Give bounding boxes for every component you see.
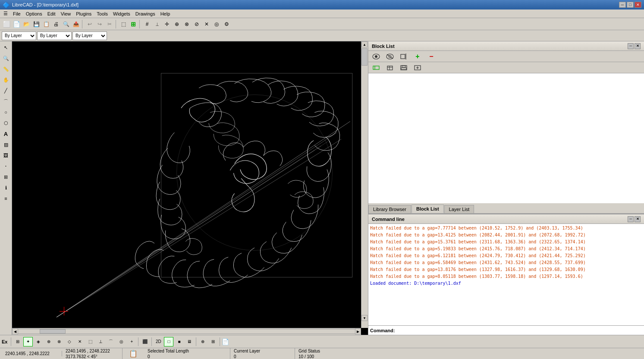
blocklist-edit-button[interactable] (384, 63, 396, 72)
view-wireframe-button[interactable]: □ (164, 337, 173, 346)
snap-center-button[interactable]: ⊕ (172, 19, 182, 29)
vertical-scrollbar[interactable]: ▲ ▼ (361, 41, 368, 328)
canvas-area[interactable]: ▲ ▼ ◀ ▶ (12, 41, 368, 335)
tab-layer-list[interactable]: Layer List (444, 205, 474, 213)
btb-sep4 (196, 337, 196, 346)
layer-select2[interactable]: By Layer (37, 31, 72, 40)
snap-insert-toggle[interactable]: ⬚ (85, 337, 95, 346)
cmdpanel-restore-button[interactable]: ─ (628, 216, 634, 222)
redo-button[interactable]: ↪ (95, 19, 104, 29)
measure-tool[interactable]: 📏 (1, 64, 11, 74)
snap-middle-button[interactable]: ⊗ (182, 19, 192, 29)
snap-tangent-toggle[interactable]: ⌒ (106, 337, 116, 346)
cmdpanel-close-button[interactable]: ✕ (635, 216, 641, 222)
tab-block-list[interactable]: Block List (412, 205, 444, 213)
panel-restore-button[interactable]: ─ (628, 43, 634, 49)
text-tool[interactable]: A (1, 129, 11, 139)
blocklist-insert-button[interactable] (398, 52, 410, 61)
snap-dist-button[interactable]: ⊘ (192, 19, 201, 29)
menu-view[interactable]: View (58, 10, 74, 17)
menu-widgets[interactable]: Widgets (110, 10, 133, 17)
undo-button[interactable]: ↩ (85, 19, 94, 29)
image-tool[interactable]: 🖼 (1, 150, 11, 161)
status-copy-icon-area: 📋 (123, 350, 144, 358)
snap-free-button[interactable]: ◎ (212, 19, 221, 29)
menu-help[interactable]: Help (158, 10, 173, 17)
snap-options-button[interactable]: ⚙ (222, 19, 231, 29)
snap-intersect-toggle[interactable]: ✕ (75, 337, 85, 346)
pan-tool[interactable]: ✋ (1, 75, 11, 85)
menu-drawings[interactable]: Drawings (133, 10, 158, 17)
hatch-tool[interactable]: ▨ (1, 139, 11, 150)
command-input-field[interactable] (396, 328, 642, 333)
view-2d-button[interactable]: 2D (154, 337, 163, 346)
menu-tools[interactable]: Tools (94, 10, 110, 17)
save-as-button[interactable]: 📋 (41, 19, 51, 29)
command-panel: Command line ─ ✕ Hatch failed due to a g… (368, 214, 644, 335)
save-button[interactable]: 💾 (31, 19, 41, 29)
polyline-tool[interactable]: ⬡ (1, 118, 11, 128)
zoom-rect-button[interactable]: ⬚ (119, 19, 128, 29)
print-preview-button[interactable]: 🔍 (61, 19, 71, 29)
menu-file[interactable]: File (10, 10, 23, 17)
snap-midpoint-toggle[interactable]: ◈ (34, 337, 43, 346)
view-monitor-button[interactable]: 🖥 (185, 337, 194, 346)
blocklist-add-button[interactable]: + (412, 52, 424, 61)
new-file-button[interactable]: ⬜ (2, 19, 11, 29)
blocklist-rename-button[interactable] (370, 63, 382, 72)
snap-ortho-toggle[interactable]: + (127, 337, 136, 346)
snap-center-toggle[interactable]: ⊕ (44, 337, 53, 346)
layer-mgr-tool[interactable]: ≡ (1, 193, 11, 204)
zoom-in-button[interactable]: ⊞ (129, 19, 138, 29)
snap-on-button[interactable]: ✛ (162, 19, 172, 29)
toolbar-separator3 (139, 20, 141, 28)
blocklist-hide-button[interactable] (384, 52, 396, 61)
horizontal-scrollbar[interactable]: ◀ ▶ (12, 328, 361, 335)
blocklist-remove-button[interactable]: − (425, 52, 437, 61)
select-tool[interactable]: ↖ (1, 42, 11, 53)
layer-select1[interactable]: By Layer (2, 31, 36, 40)
export-button[interactable]: 📤 (71, 19, 81, 29)
info-tool[interactable]: ℹ (1, 183, 11, 193)
blocklist-panel: Block List ─ ✕ + − (368, 41, 644, 214)
menu-edit[interactable]: Edit (45, 10, 58, 17)
layer-select3[interactable]: By Layer (72, 31, 107, 40)
circle-tool[interactable]: ○ (1, 107, 11, 117)
snap-nearest-toggle[interactable]: ◎ (116, 337, 126, 346)
blocklist-create-button[interactable] (412, 63, 424, 72)
snap-node-toggle[interactable]: ⊗ (54, 337, 64, 346)
blocklist-saveas-button[interactable] (398, 63, 410, 72)
snap-grid-toggle[interactable]: ⊞ (13, 337, 22, 346)
line-tool[interactable]: ╱ (1, 85, 11, 96)
snap-perp-toggle[interactable]: ⊥ (96, 337, 105, 346)
new-template-button[interactable]: 📄 (12, 19, 21, 29)
snap-intersection-button[interactable]: ✕ (202, 19, 211, 29)
snap-grid-button[interactable]: # (142, 19, 152, 29)
print-button[interactable]: 🖨 (51, 19, 61, 29)
snap-endpoint-toggle[interactable]: ✦ (23, 337, 33, 346)
snap-mode-label: Ex (2, 339, 7, 344)
minimize-button[interactable]: ─ (619, 2, 626, 8)
ucs-zoom-button[interactable]: ⊞ (208, 337, 218, 346)
menu-plugins[interactable]: Plugins (73, 10, 94, 17)
snap-quadrant-toggle[interactable]: ◇ (65, 337, 74, 346)
close-button[interactable]: ✕ (635, 2, 641, 8)
menu-options[interactable]: Options (23, 10, 45, 17)
cmdpanel-title: Command line (372, 217, 405, 222)
view-shaded-button[interactable]: ■ (174, 337, 184, 346)
tab-library-browser[interactable]: Library Browser (368, 205, 411, 213)
snap-endpoint-button[interactable]: ⟂ (152, 19, 162, 29)
blocklist-show-button[interactable] (370, 52, 382, 61)
zoom-extents-button[interactable]: ⬛ (140, 337, 150, 346)
maximize-button[interactable]: □ (627, 2, 634, 8)
modify-tool[interactable]: ⊞ (1, 172, 11, 182)
zoom-tool[interactable]: 🔍 (1, 53, 11, 63)
open-button[interactable]: 📂 (22, 19, 31, 29)
panel-close-button[interactable]: ✕ (635, 43, 641, 49)
point-tool[interactable]: · (1, 161, 11, 171)
arc-tool[interactable]: ⌒ (1, 96, 11, 107)
ucs-button[interactable]: ⊕ (198, 337, 207, 346)
cut-button[interactable]: ✂ (105, 19, 114, 29)
toolbar2-layer: By Layer By Layer By Layer (0, 30, 644, 41)
menu-icon[interactable]: ☰ (1, 10, 10, 17)
